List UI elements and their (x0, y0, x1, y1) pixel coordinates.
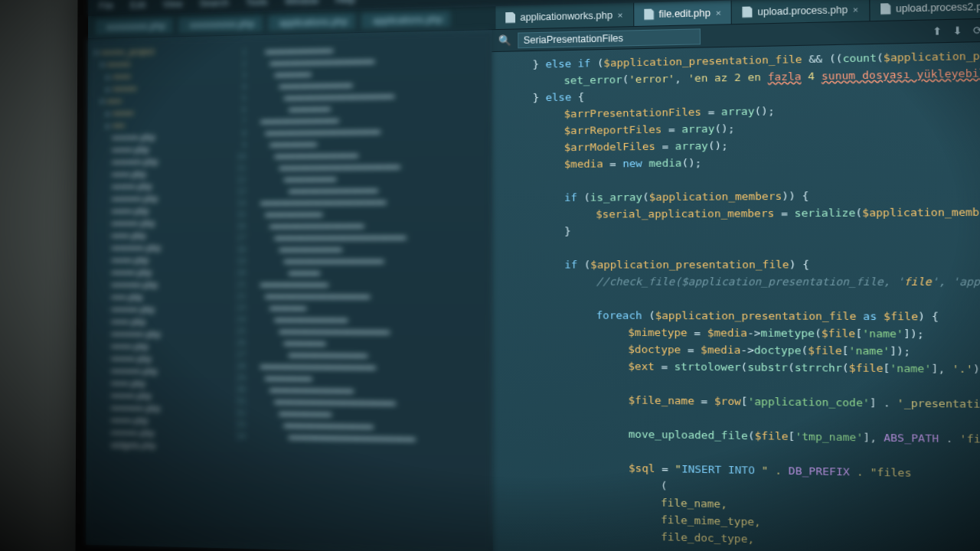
menu-file[interactable]: File (99, 0, 113, 11)
code-line: } (502, 220, 980, 240)
tree-file[interactable]: widgets.php (93, 439, 224, 453)
file-icon (644, 8, 654, 20)
tree-file[interactable]: ▪▪▪▪▪▪.php (93, 315, 225, 328)
code-line: 19▬▬▬▬▬▬▬▬▬▬▬▬▬▬▬▬▬▬▬ (236, 255, 485, 267)
tree-file[interactable]: ▪▪▪▪▪▪▪.php (93, 254, 225, 266)
code-line: 23▬▬▬▬▬▬▬ (235, 302, 485, 315)
find-prev-icon[interactable]: ⬆ (930, 23, 943, 39)
tree-file[interactable]: ▪▪▪▪▪▪▪▪▪▪.php (93, 155, 224, 168)
tree-file[interactable]: ▪▪▪▪▪▪.php (93, 229, 224, 242)
code-area[interactable]: } else if ($application_presentation_fil… (492, 39, 980, 551)
code-line: 21▬▬▬▬▬▬▬▬▬▬▬▬▬ (235, 279, 485, 291)
menu-window[interactable]: Window (285, 0, 318, 6)
close-icon[interactable]: × (716, 8, 721, 18)
code-line (502, 237, 980, 256)
code-line: 24▬▬▬▬▬▬▬▬▬▬▬▬▬▬ (235, 314, 485, 327)
search-icon: 🔍 (498, 34, 511, 47)
tab-upload-process2-php[interactable]: upload.process2.php× (870, 0, 980, 21)
tree-file[interactable]: ▪▪▪▪▪▪▪▪.php (93, 266, 225, 279)
file-icon (880, 3, 891, 15)
tree-file[interactable]: ▪▪▪▪▪▪▪.php (93, 204, 224, 217)
tree-file[interactable]: ▪▪▪▪▪▪▪▪▪▪▪.php (93, 241, 224, 254)
code-line: 34▬▬▬▬▬▬▬▬▬▬▬▬▬▬▬▬▬▬▬▬▬▬▬▬ (235, 430, 485, 445)
tree-file[interactable]: ▪▪▪▪▪▪▪▪▪▪▪.php (93, 328, 224, 341)
tab-blurred[interactable]: xxxxxxxxx.php (96, 18, 173, 34)
tree-file[interactable]: ▪▪▪▪▪▪▪.php (93, 142, 224, 156)
monitor-frame: FileEditViewSearchToolsWindowHelp xxxxxx… (75, 0, 980, 551)
tree-file[interactable]: ▪▪▪▪▪▪▪▪▪▪.php (93, 192, 224, 205)
tree-file[interactable]: ▪▪▪▪▪▪▪▪▪.php (93, 303, 225, 316)
tab-blurred[interactable]: xxxxxxxxxx.php (179, 15, 263, 33)
active-editor[interactable]: 🔍 ⬆ ⬇ ⟳ ☰ Match Case Regex ⋯ } else if (… (492, 15, 980, 551)
close-icon[interactable]: × (853, 5, 858, 15)
menu-view[interactable]: View (163, 0, 183, 9)
code-line: 22▬▬▬▬▬▬▬▬▬▬▬▬▬▬▬▬▬▬▬▬ (235, 290, 485, 302)
menu-help[interactable]: Help (336, 0, 356, 5)
tab-label: file.edit.php (658, 7, 710, 19)
code-line: 17▬▬▬▬▬▬▬▬▬▬▬▬▬▬▬▬▬▬▬▬▬▬▬▬▬ (236, 231, 485, 244)
code-line: 20▬▬▬▬▬▬ (235, 267, 485, 279)
tree-file[interactable]: ▪▪▪▪▪▪.php (93, 377, 224, 390)
tab-label: upload.process2.php (896, 0, 980, 14)
tab-label: applicationworks.php (520, 9, 612, 22)
tree-file[interactable]: ▪▪▪▪▪▪.php (93, 167, 224, 181)
tab-blurred[interactable]: applications.php (268, 13, 355, 31)
code-line: if ($application_presentation_file) { (502, 256, 980, 273)
code-line: 18▬▬▬▬▬▬▬▬▬▬▬▬ (236, 243, 485, 255)
left-blurred-panels: ▪▪▪▪▪▪▪▪_project▪▪▪▪▪▪▪▪▪▪▪▪▪▪▪▪▪▪▪▪▪▪▪▪… (86, 30, 492, 551)
work-area: ▪▪▪▪▪▪▪▪_project▪▪▪▪▪▪▪▪▪▪▪▪▪▪▪▪▪▪▪▪▪▪▪▪… (86, 15, 980, 551)
menu-search[interactable]: Search (199, 0, 228, 8)
tab-file-edit-php[interactable]: file.edit.php× (634, 1, 733, 26)
tab-label: upload.process.php (757, 4, 848, 18)
file-tree[interactable]: ▪▪▪▪▪▪▪▪_project▪▪▪▪▪▪▪▪▪▪▪▪▪▪▪▪▪▪▪▪▪▪▪▪… (86, 36, 229, 549)
tree-file[interactable]: ▪▪▪▪▪▪▪▪▪▪.php (93, 364, 224, 378)
menu-edit[interactable]: Edit (130, 0, 146, 10)
tree-file[interactable]: ▪▪▪▪▪▪▪▪.php (93, 352, 224, 365)
find-next-icon[interactable]: ⬇ (950, 23, 964, 39)
tree-file[interactable]: ▪▪▪▪▪▪▪.php (93, 340, 224, 353)
code-line: //check_file($application_presentation_f… (502, 273, 980, 291)
tree-file[interactable]: ▪▪▪▪▪.php (93, 291, 225, 303)
file-icon (742, 6, 752, 18)
code-line (502, 290, 980, 308)
tab-applicationworks-php[interactable]: applicationworks.php× (495, 3, 633, 29)
screen: FileEditViewSearchToolsWindowHelp xxxxxx… (86, 0, 980, 551)
file-icon (505, 11, 515, 23)
tab-blurred[interactable]: applications.php (362, 11, 451, 28)
tree-file[interactable]: ▪▪▪▪▪▪▪▪▪.php (93, 217, 224, 230)
tree-file[interactable]: ▪▪▪▪▪▪▪▪.php (93, 180, 224, 194)
tab-upload-process-php[interactable]: upload.process.php× (732, 0, 870, 24)
find-input[interactable] (518, 28, 701, 48)
close-icon[interactable]: × (618, 10, 623, 20)
tree-file[interactable]: ▪▪▪▪▪▪▪▪▪▪.php (93, 279, 225, 291)
secondary-editor[interactable]: 1▬▬▬▬▬▬▬▬▬▬▬▬▬2▬▬▬▬▬▬▬▬▬▬▬▬▬▬▬▬▬▬▬▬3▬▬▬▬… (229, 30, 492, 551)
code-line: 16▬▬▬▬▬▬▬▬▬▬▬▬▬▬▬▬▬▬ (236, 219, 485, 232)
menu-tools[interactable]: Tools (246, 0, 268, 8)
find-close-icon[interactable]: ⟳ (971, 22, 980, 38)
code-line: 15▬▬▬▬▬▬▬▬▬▬▬ (236, 207, 485, 220)
